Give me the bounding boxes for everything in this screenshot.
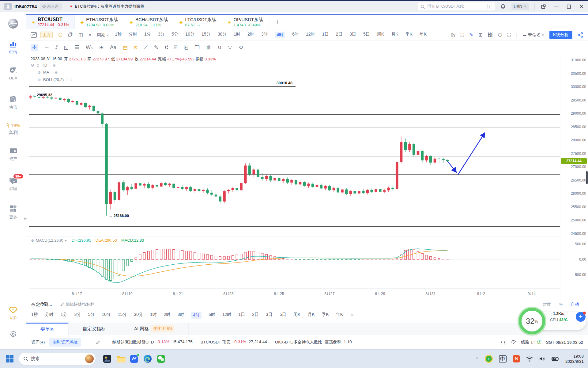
- segment-tool[interactable]: ⊢: [44, 44, 49, 51]
- tray-expand-chevron[interactable]: ⌃: [475, 357, 479, 361]
- timeframe-周K[interactable]: 周K: [293, 312, 300, 319]
- performance-widget[interactable]: 32% ↑ 1.2K/s CPU 43°C +: [519, 308, 588, 336]
- headset-icon[interactable]: [500, 340, 506, 345]
- tray-360-icon[interactable]: +: [485, 355, 493, 363]
- widget-add-button[interactable]: +: [576, 312, 586, 322]
- search-input[interactable]: 币安 BTC/USDT永续 /: [418, 2, 495, 10]
- timeframe-15分[interactable]: 15分: [118, 312, 127, 319]
- symbol-tab[interactable]: ◈ OP/USDT永续 1.4743 -0.49%: [222, 15, 269, 29]
- taskbar-file-explorer[interactable]: [114, 352, 127, 366]
- edit-ticker-icon[interactable]: 🖉: [96, 340, 100, 345]
- triangle-tool[interactable]: ◺: [64, 44, 68, 51]
- indicator-ma[interactable]: 🜕MA 🜔: [37, 70, 58, 75]
- taskbar-app-photos[interactable]: [100, 352, 114, 366]
- symbol-tab[interactable]: ◈ ETH/USDT永续 1704.98 0.03%: [75, 15, 124, 29]
- chart-scrollbar[interactable]: [586, 171, 588, 184]
- cpu-usage-ring[interactable]: 32%: [519, 308, 545, 334]
- indicator-td[interactable]: ⊙ 🜕TD 🜔: [31, 63, 56, 67]
- timeframe-周K[interactable]: 周K: [377, 32, 384, 38]
- price-chart-canvas[interactable]: 30010.48← 29695.32← 25166.00: [29, 55, 560, 236]
- timeframe-2日[interactable]: 2日: [252, 312, 259, 319]
- note-tool[interactable]: 🗔: [194, 44, 200, 51]
- popout-icon[interactable]: [541, 4, 546, 9]
- timeframe-月K[interactable]: 月K: [307, 312, 315, 319]
- measure-tool[interactable]: ▤: [123, 44, 128, 51]
- alert-bell-icon[interactable]: 🜕: [37, 70, 41, 75]
- percent-scale-toggle[interactable]: %: [559, 302, 563, 307]
- taskbar-clock[interactable]: 19:03 2023/8/31: [565, 354, 584, 364]
- user-avatar[interactable]: [4, 3, 12, 10]
- panel-tab[interactable]: 自定义指标: [69, 323, 120, 335]
- eye-off-icon[interactable]: 🜔: [52, 70, 58, 75]
- timeframe-年K[interactable]: 年K: [420, 32, 427, 38]
- locate-button[interactable]: ◎ 定位到...: [31, 302, 52, 307]
- add-tab-button[interactable]: +: [269, 15, 286, 29]
- eye-off-icon[interactable]: 🜔: [50, 63, 56, 67]
- news-ticker[interactable]: BTC暴拉8%：灰度胜诉前主力提前吸筹: [75, 4, 144, 9]
- timeframe-3日[interactable]: 3日: [266, 312, 273, 319]
- pattern-tool[interactable]: ⑆: [165, 44, 168, 51]
- settings-hex-icon[interactable]: ⬡: [498, 32, 502, 38]
- timeframe-1秒[interactable]: 1秒: [115, 32, 122, 38]
- taskbar-wechat[interactable]: [154, 352, 168, 366]
- sidebar-item-arbitrage[interactable]: 年19% 套利: [0, 123, 26, 136]
- sidebar-item-vip[interactable]: VIP: [0, 307, 26, 320]
- close-button[interactable]: ✕: [579, 3, 584, 10]
- timeframe-1日[interactable]: 1日: [322, 32, 329, 38]
- timeframe-2时[interactable]: 2时: [247, 32, 254, 38]
- settings-gear-icon[interactable]: [0, 331, 26, 339]
- ticker-item[interactable]: 纳斯达克指数期货CFD-0.18%15,474.175: [112, 339, 193, 345]
- crosshair-tool[interactable]: ✛: [31, 44, 38, 51]
- snapshot-icon[interactable]: 🗇: [68, 32, 73, 38]
- timeframe-15分[interactable]: 15分: [202, 32, 211, 38]
- indicator-boll[interactable]: 🜕BOLL(20,2) 🜔: [37, 77, 73, 82]
- text-tool[interactable]: Aa: [110, 44, 116, 51]
- wave-tool[interactable]: W₃: [86, 44, 93, 51]
- timeframe-1秒[interactable]: 1秒: [31, 312, 38, 319]
- highlight-tool[interactable]: ⧅: [134, 44, 138, 51]
- timeframe-5日[interactable]: 5日: [363, 32, 370, 38]
- chart-type-icon[interactable]: [31, 32, 37, 38]
- taskbar-app-with-badge[interactable]: [127, 352, 141, 366]
- timeframe-3分[interactable]: 3分: [74, 312, 81, 319]
- sidebar-collapse-handle[interactable]: ▶: [24, 217, 27, 220]
- ime-indicator[interactable]: 中: [499, 355, 507, 362]
- collapse-circle-icon[interactable]: ⊙: [31, 63, 34, 67]
- timeframe-分时[interactable]: 分时: [129, 32, 137, 38]
- timeframe-年K[interactable]: 年K: [336, 312, 343, 319]
- macd-readout[interactable]: 🜕 MACD(12,26,9) ▼ DIF:296.95 DEA:290.53 …: [31, 238, 144, 243]
- ticker-item[interactable]: OKX-BTC多空持仓人数比震荡盘整1.10: [275, 339, 352, 345]
- membership-badge[interactable]: 未开通: [39, 3, 63, 10]
- bookmark-tool[interactable]: ⎗: [184, 44, 188, 51]
- risk-control-chip[interactable]: 实时资产风控: [49, 338, 81, 347]
- timeframe-季K[interactable]: 季K: [322, 312, 329, 319]
- taskbar-search[interactable]: 搜索: [19, 353, 96, 365]
- add-window-icon[interactable]: ⊞: [478, 32, 482, 38]
- timeframe-30分[interactable]: 30分: [134, 312, 143, 319]
- sidebar-item-dex[interactable]: DEX: [0, 66, 26, 80]
- parallel-lines-tool[interactable]: ☰: [75, 44, 79, 51]
- alert-bell-icon[interactable]: 🜕: [37, 77, 41, 82]
- panel-tab[interactable]: AI 网格年化 148%: [120, 323, 189, 335]
- box-tool[interactable]: ⊞: [99, 44, 104, 51]
- symbol-tab[interactable]: ◈ BTC/USDT 27214.44 -0.31%: [26, 15, 75, 29]
- timeframe-2时[interactable]: 2时: [164, 312, 171, 319]
- taskbar-edge-browser[interactable]: [141, 352, 154, 366]
- timeframe-5分[interactable]: 5分: [172, 32, 179, 38]
- sidebar-item-chat[interactable]: 99+ 群聊: [0, 177, 26, 192]
- sidebar-item-assets[interactable]: 资产: [0, 148, 26, 162]
- currency-selector[interactable]: USD▼: [511, 3, 529, 10]
- delete-tool[interactable]: 🗑: [206, 44, 211, 51]
- app-logo[interactable]: [0, 18, 26, 30]
- kline-analysis-button[interactable]: K线分析: [549, 31, 572, 39]
- panel-divider[interactable]: [26, 236, 560, 236]
- camera-icon[interactable]: ⛶: [461, 32, 464, 38]
- timeframe-6时[interactable]: 6时: [292, 32, 299, 38]
- timeframe-分时[interactable]: 分时: [45, 312, 54, 319]
- refresh-tool[interactable]: ⟲: [239, 44, 243, 51]
- magnet-tool[interactable]: ∪: [218, 44, 221, 51]
- edit-shortcut-button[interactable]: 🖉 编辑快捷指标栏: [60, 302, 95, 307]
- volume-icon[interactable]: [539, 356, 545, 362]
- fullscreen-icon[interactable]: ⛶: [507, 32, 511, 38]
- filter-tool[interactable]: ▽: [228, 44, 232, 51]
